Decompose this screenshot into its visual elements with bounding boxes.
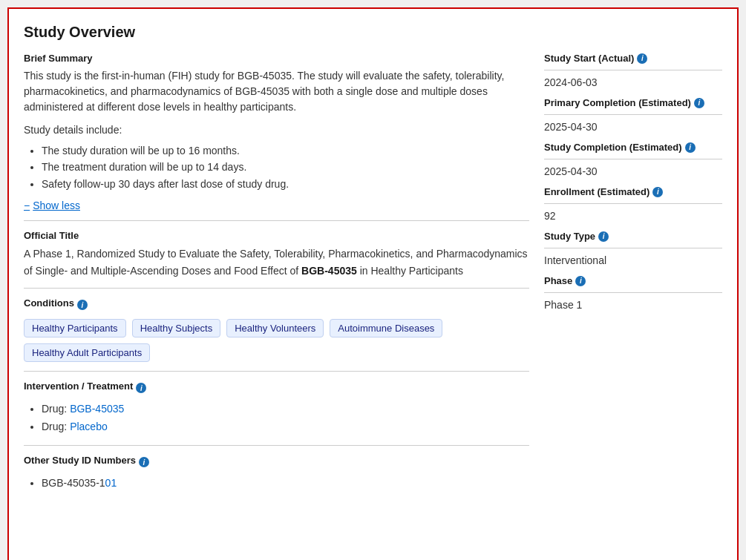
- intervention-item-1: Drug: Placebo: [42, 418, 529, 436]
- other-id-link[interactable]: 01: [105, 477, 117, 489]
- right-divider-5: [544, 248, 722, 248]
- meta-enrollment-value: 92: [544, 210, 722, 222]
- page-container: Study Overview Brief Summary This study …: [7, 7, 739, 560]
- bullet-2: The treatment duration will be up to 14 …: [42, 159, 529, 175]
- study-type-info-icon[interactable]: i: [598, 231, 609, 242]
- enrollment-info-icon[interactable]: i: [652, 187, 663, 197]
- drug-link-1[interactable]: Placebo: [70, 421, 108, 432]
- intervention-item-0: Drug: BGB-45035: [42, 401, 529, 418]
- meta-study-completion-value: 2025-04-30: [544, 165, 722, 177]
- right-divider-6: [544, 292, 722, 293]
- official-title-text: A Phase 1, Randomized Study to Evaluate …: [24, 246, 529, 279]
- study-start-info-icon[interactable]: i: [637, 53, 647, 64]
- intervention-info-icon[interactable]: i: [136, 383, 146, 393]
- intervention-label: Intervention / Treatment: [24, 381, 133, 392]
- conditions-info-icon[interactable]: i: [77, 300, 88, 310]
- right-divider-1: [544, 70, 722, 70]
- divider-2: [24, 288, 529, 289]
- brief-summary-text: This study is the first-in-human (FIH) s…: [24, 68, 529, 115]
- other-ids-list: BGB-45035-101: [24, 475, 529, 493]
- official-title-label: Official Title: [24, 230, 529, 241]
- meta-study-completion-label: Study Completion (Estimated) i: [544, 142, 722, 153]
- conditions-label: Conditions: [24, 297, 74, 309]
- intervention-list: Drug: BGB-45035 Drug: Placebo: [24, 401, 529, 436]
- primary-completion-info-icon[interactable]: i: [694, 98, 704, 108]
- conditions-row: Healthy Participants Healthy Subjects He…: [24, 319, 529, 362]
- meta-primary-completion: Primary Completion (Estimated) i 2025-04…: [544, 97, 722, 133]
- page-title: Study Overview: [24, 24, 722, 41]
- show-less-link[interactable]: Show less: [24, 200, 80, 211]
- meta-study-completion: Study Completion (Estimated) i 2025-04-3…: [544, 142, 722, 177]
- meta-enrollment-label: Enrollment (Estimated) i: [544, 186, 722, 197]
- summary-bullets: The study duration will be up to 16 mont…: [24, 142, 529, 192]
- other-ids-label: Other Study ID Numbers: [24, 455, 136, 466]
- condition-tag-2[interactable]: Healthy Volunteers: [226, 319, 324, 337]
- condition-tag-3[interactable]: Autoimmune Diseases: [330, 319, 442, 337]
- right-divider-4: [544, 203, 722, 204]
- other-id-item-0: BGB-45035-101: [42, 475, 529, 493]
- study-completion-info-icon[interactable]: i: [685, 142, 696, 153]
- right-column: Study Start (Actual) i 2024-06-03 Primar…: [544, 53, 722, 551]
- main-layout: Brief Summary This study is the first-in…: [24, 53, 722, 551]
- condition-tag-0[interactable]: Healthy Participants: [24, 319, 126, 337]
- meta-primary-completion-label: Primary Completion (Estimated) i: [544, 97, 722, 108]
- meta-study-type-label: Study Type i: [544, 231, 722, 242]
- right-divider-3: [544, 159, 722, 159]
- meta-phase-value: Phase 1: [544, 299, 722, 311]
- meta-phase-label: Phase i: [544, 275, 722, 286]
- official-title-bold: BGB-45035: [301, 265, 357, 277]
- official-title-after: in Healthy Participants: [357, 265, 463, 277]
- right-divider-2: [544, 114, 722, 115]
- meta-primary-completion-value: 2025-04-30: [544, 121, 722, 133]
- brief-summary-label: Brief Summary: [24, 53, 529, 64]
- study-details-label: Study details include:: [24, 122, 529, 138]
- meta-enrollment: Enrollment (Estimated) i 92: [544, 186, 722, 222]
- divider-3: [24, 371, 529, 372]
- phase-info-icon[interactable]: i: [575, 276, 586, 286]
- condition-tag-1[interactable]: Healthy Subjects: [132, 319, 221, 337]
- bullet-1: The study duration will be up to 16 mont…: [42, 142, 529, 159]
- other-id-prefix: BGB-45035-1: [42, 477, 105, 489]
- drug-link-0[interactable]: BGB-45035: [70, 403, 124, 415]
- other-ids-info-icon[interactable]: i: [139, 457, 149, 467]
- divider-4: [24, 445, 529, 446]
- bullet-3: Safety follow-up 30 days after last dose…: [42, 176, 529, 192]
- condition-tag-4[interactable]: Healthy Adult Participants: [24, 343, 150, 362]
- meta-study-type: Study Type i Interventional: [544, 231, 722, 266]
- left-column: Brief Summary This study is the first-in…: [24, 53, 529, 551]
- divider-1: [24, 220, 529, 221]
- meta-study-start-label: Study Start (Actual) i: [544, 53, 722, 64]
- meta-study-start-value: 2024-06-03: [544, 76, 722, 88]
- meta-study-type-value: Interventional: [544, 254, 722, 266]
- meta-phase: Phase i Phase 1: [544, 275, 722, 311]
- meta-study-start: Study Start (Actual) i 2024-06-03: [544, 53, 722, 88]
